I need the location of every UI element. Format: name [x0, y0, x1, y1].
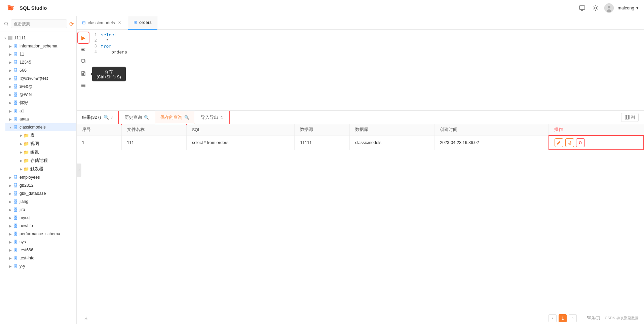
sidebar-item-classicmodels[interactable]: ▾ 🗄 classicmodels	[5, 123, 76, 131]
sidebar-item-sys[interactable]: ▶ 🗄 sys	[5, 238, 76, 246]
db-icon: 🗄	[13, 207, 18, 212]
cell-sql: select * from orders	[186, 136, 295, 150]
sidebar-item-test666[interactable]: ▶ 🗄 test666	[5, 246, 76, 254]
chevron-down-icon: ▾	[636, 5, 639, 10]
col-header-created: 创建时间	[434, 124, 549, 136]
app-title: SQL Studio	[20, 5, 577, 11]
code-line-3: 3 from	[90, 44, 644, 49]
svg-rect-16	[81, 85, 85, 86]
attribution: CSDN @表聚聚数据	[605, 316, 639, 320]
db-icon: 🗄	[13, 231, 18, 237]
sidebar-item-newLib[interactable]: ▶ 🗄 newLib	[5, 222, 76, 230]
svg-rect-8	[81, 48, 85, 48]
topbar-actions: maicong ▾	[577, 3, 639, 13]
tab-import-export[interactable]: 导入导出 ↻	[195, 111, 229, 124]
sidebar-item-gb2312[interactable]: ▶ 🗄 gb2312	[5, 181, 76, 189]
saved-search-icon[interactable]: 🔍	[184, 115, 189, 120]
sidebar-item-information_schema[interactable]: ▶ 🗄 information_schema	[5, 42, 76, 50]
sidebar-item-666[interactable]: ▶ 🗄 666	[5, 66, 76, 74]
topbar: SQL Studio maicong ▾	[0, 0, 644, 16]
sidebar-collapse-button[interactable]: ‹	[77, 164, 81, 177]
sidebar-item-11[interactable]: ▶ 🗄 11	[5, 50, 76, 58]
more-button[interactable]	[78, 81, 89, 92]
sidebar-item-triggers[interactable]: ▶ 📁 触发器	[16, 165, 76, 173]
sidebar-item-aaaa[interactable]: ▶ 🗄 aaaa	[5, 115, 76, 123]
editor-toolbar: ▶	[77, 30, 90, 110]
sidebar-item-performance_schema[interactable]: ▶ 🗄 performance_schema	[5, 230, 76, 238]
folder-icon: 📁	[24, 150, 29, 155]
db-icon: 🗄	[13, 100, 18, 106]
tab-orders[interactable]: ⊞ orders	[128, 16, 157, 30]
sidebar-item-employees[interactable]: ▶ 🗄 employees	[5, 173, 76, 181]
import-refresh-icon[interactable]: ↻	[220, 115, 224, 120]
editor-area: ▶	[77, 30, 644, 110]
svg-rect-19	[627, 115, 628, 119]
page-1-button[interactable]: 1	[559, 314, 567, 322]
refresh-icon[interactable]: ⟳	[69, 20, 74, 28]
highlighted-tab-group: 历史查询 🔍 保存的查询 🔍 导入导出 ↻	[118, 110, 230, 125]
copy-row-button[interactable]	[565, 138, 574, 147]
tree-root-node[interactable]: ▾ 11111	[0, 34, 76, 42]
sidebar-item-gbk_database[interactable]: ▶ 🗄 gbk_database	[5, 189, 76, 197]
sidebar-item-procedures[interactable]: ▶ 📁 存储过程	[16, 156, 76, 165]
delete-button[interactable]	[576, 138, 585, 147]
svg-point-1	[595, 7, 597, 9]
folder-icon: 📁	[24, 141, 29, 147]
run-button[interactable]: ▶	[78, 32, 89, 43]
run-icon: ▶	[81, 35, 85, 41]
col-header-datasource: 数据源	[295, 124, 350, 136]
tab-saved-query[interactable]: 保存的查询 🔍	[155, 111, 195, 124]
prev-page-button[interactable]: ‹	[548, 314, 557, 322]
db-icon: 🗄	[13, 116, 18, 122]
user-menu[interactable]: maicong ▾	[618, 5, 639, 10]
column-selector-button[interactable]: 列	[621, 113, 639, 122]
result-search-icon[interactable]: 🔍	[104, 115, 109, 120]
sidebar-item-functions[interactable]: ▶ 📁 函数	[16, 148, 76, 156]
settings-icon[interactable]	[591, 3, 600, 13]
db-icon: 🗄	[13, 239, 18, 245]
sidebar-item-views[interactable]: ▶ 📁 视图	[16, 140, 76, 148]
edit-button[interactable]	[555, 138, 563, 147]
copy-button[interactable]	[78, 57, 89, 67]
db-icon: 🗄	[13, 183, 18, 188]
folder-icon: 📁	[24, 167, 29, 172]
svg-rect-10	[81, 50, 85, 51]
sidebar-item-mysql[interactable]: ▶ 🗄 mysql	[5, 214, 76, 222]
sidebar-item-a1[interactable]: ▶ 🗄 a1	[5, 107, 76, 115]
sidebar-item-tables[interactable]: ▶ 📁 表	[16, 131, 76, 140]
sidebar-item-yy[interactable]: ▶ 🗄 y-y	[5, 262, 76, 270]
sidebar-item-nihao[interactable]: ▶ 🗄 你好	[5, 99, 76, 107]
result-expand-icon[interactable]: ⤢	[110, 115, 114, 120]
result-count: 结果(327)	[82, 114, 104, 120]
history-search-icon[interactable]: 🔍	[144, 115, 149, 120]
content-area: ⊞ classicmodels ✕ ⊞ orders ▶	[77, 16, 644, 324]
tab-close-button[interactable]: ✕	[117, 20, 122, 26]
download-icon[interactable]	[82, 314, 90, 322]
rows-per-page: 50条/页	[587, 316, 601, 320]
sidebar-item-special1[interactable]: ▶ 🗄 !@#$%^&*(test	[5, 74, 76, 82]
db-icon: 🗄	[13, 191, 18, 196]
cell-datasource: 11111	[295, 136, 350, 150]
code-editor[interactable]: 1 select 2 * 3 from 4 orders	[90, 30, 644, 110]
search-input[interactable]	[11, 20, 67, 28]
svg-point-4	[607, 9, 611, 12]
tree-arrow-root: ▾	[3, 36, 7, 40]
sidebar-item-jiang[interactable]: ▶ 🗄 jiang	[5, 197, 76, 206]
sidebar-item-special2[interactable]: ▶ 🗄 $%&@	[5, 82, 76, 91]
sidebar-item-jira[interactable]: ▶ 🗄 jira	[5, 206, 76, 214]
tree-databases: ▶ 🗄 information_schema ▶ 🗄 11 ▶ 🗄 12345	[0, 42, 76, 270]
db-icon: 🗄	[13, 124, 18, 130]
next-page-button[interactable]: ›	[569, 314, 577, 322]
db-icon: 🗄	[13, 108, 18, 114]
sidebar-item-12345[interactable]: ▶ 🗄 12345	[5, 58, 76, 66]
sidebar-item-test-info[interactable]: ▶ 🗄 test-info	[5, 254, 76, 262]
format-button[interactable]	[78, 44, 89, 55]
tab-classicmodels[interactable]: ⊞ classicmodels ✕	[77, 16, 128, 30]
sidebar-item-wn[interactable]: ▶ 🗄 @W.N	[5, 91, 76, 99]
tab-history-query[interactable]: 历史查询 🔍	[119, 111, 155, 124]
col-label: 列	[631, 114, 635, 120]
save-file-button[interactable]: 保存 (Ctrl+Shift+S)	[78, 69, 89, 79]
server-icon	[7, 35, 13, 41]
monitor-icon[interactable]	[577, 3, 587, 13]
username: maicong	[618, 5, 634, 10]
